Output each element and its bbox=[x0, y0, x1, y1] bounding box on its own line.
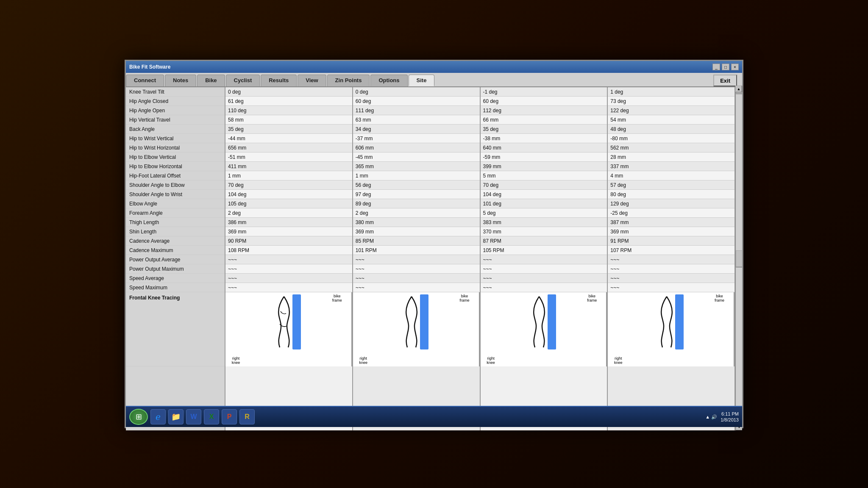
cell-3-4: 35 deg bbox=[481, 125, 607, 134]
knee-bottom-labels-3: rightknee bbox=[487, 356, 600, 365]
cell-4-19: ~~~ bbox=[608, 264, 734, 274]
label-hip-foot-lateral-offset: Hip-Foot Lateral Offset bbox=[126, 171, 225, 180]
cell-1-18: ~~~ bbox=[225, 255, 352, 264]
taskbar-app-icon[interactable]: R bbox=[239, 409, 255, 424]
tab-results[interactable]: Results bbox=[261, 75, 297, 86]
knee-diagram-4: bikeframe rightknee bbox=[608, 292, 734, 366]
data-column-3: -1 deg 60 deg 112 deg 66 mm 35 deg -38 m… bbox=[481, 87, 608, 430]
label-speed-maximum: Speed Maximum bbox=[126, 283, 225, 292]
knee-diagram-1: bikeframe ri bbox=[225, 292, 352, 366]
cell-2-14: 380 mm bbox=[353, 218, 480, 227]
frame-bar-3 bbox=[548, 294, 556, 349]
cell-2-12: 89 deg bbox=[353, 199, 480, 208]
data-grid: 0 deg 61 deg 110 deg 58 mm 35 deg -44 mm… bbox=[225, 87, 735, 430]
tab-connect[interactable]: Connect bbox=[126, 75, 164, 86]
start-button[interactable]: ⊞ bbox=[129, 409, 148, 425]
cell-3-7: -59 mm bbox=[481, 152, 607, 162]
knee-trace-svg-2 bbox=[403, 294, 420, 349]
labels-panel: Knee Travel Tilt Hip Angle Closed Hip An… bbox=[126, 87, 225, 430]
knee-diagram-2: bikeframe rightknee bbox=[353, 292, 480, 366]
cell-4-7: 28 mm bbox=[608, 152, 734, 162]
maximize-button[interactable]: □ bbox=[722, 64, 729, 70]
taskbar-excel-icon[interactable]: X bbox=[204, 409, 219, 424]
knee-bottom-labels-1: rightknee bbox=[232, 356, 345, 365]
knee-trace-svg-3 bbox=[531, 294, 548, 349]
label-speed-average: Speed Average bbox=[126, 274, 225, 283]
tab-options[interactable]: Options bbox=[370, 75, 407, 86]
cell-2-3: 63 mm bbox=[353, 115, 480, 125]
system-tray-icons: ▲ 🔊 bbox=[705, 414, 717, 420]
knee-bottom-labels-2: rightknee bbox=[359, 356, 473, 365]
taskbar-folder-icon[interactable]: 📁 bbox=[168, 409, 184, 424]
cell-2-9: 1 mm bbox=[353, 171, 480, 180]
cell-4-16: 91 RPM bbox=[608, 236, 734, 246]
knee-diagram-3: bikeframe rightknee bbox=[481, 292, 607, 366]
cell-2-15: 369 mm bbox=[353, 227, 480, 236]
scroll-track bbox=[736, 94, 742, 250]
cell-3-13: 5 deg bbox=[481, 208, 607, 218]
cell-2-8: 365 mm bbox=[353, 162, 480, 171]
taskbar-word-icon[interactable]: W bbox=[186, 409, 201, 424]
scroll-thumb[interactable] bbox=[736, 250, 742, 267]
taskbar-ie-icon[interactable]: ℯ bbox=[150, 409, 166, 424]
bike-frame-label-3: bikeframe bbox=[587, 294, 597, 302]
data-column-1: 0 deg 61 deg 110 deg 58 mm 35 deg -44 mm… bbox=[225, 87, 353, 430]
close-button[interactable]: × bbox=[731, 64, 739, 70]
title-bar: Bike Fit Software _ □ × bbox=[126, 61, 742, 73]
scrollbar-up[interactable]: ▲ bbox=[735, 86, 742, 92]
cell-3-20: ~~~ bbox=[481, 274, 607, 283]
bike-frame-label-2: bikeframe bbox=[459, 294, 469, 302]
cell-1-14: 386 mm bbox=[225, 218, 352, 227]
cell-3-12: 101 deg bbox=[481, 199, 607, 208]
tab-bike[interactable]: Bike bbox=[197, 75, 225, 86]
knee-bottom-labels-4: rightknee bbox=[614, 356, 727, 365]
knee-trace-svg-4 bbox=[658, 294, 675, 349]
cell-1-2: 110 deg bbox=[225, 106, 352, 115]
label-forearm-angle: Forearm Angle bbox=[126, 208, 225, 218]
cell-1-10: 70 deg bbox=[225, 180, 352, 190]
cell-2-18: ~~~ bbox=[353, 255, 480, 264]
tab-site[interactable]: Site bbox=[409, 75, 435, 86]
content-area: Knee Travel Tilt Hip Angle Closed Hip An… bbox=[126, 87, 742, 430]
cell-4-0: 1 deg bbox=[608, 87, 734, 97]
taskbar-powerpoint-icon[interactable]: P bbox=[222, 409, 237, 424]
cell-1-16: 90 RPM bbox=[225, 236, 352, 246]
cell-1-17: 108 RPM bbox=[225, 246, 352, 255]
right-knee-label-4: rightknee bbox=[614, 356, 623, 365]
label-shoulder-angle-to-wrist: Shoulder Angle to Wrist bbox=[126, 190, 225, 199]
clock: 6:11 PM 1/8/2013 bbox=[721, 411, 739, 423]
tab-view[interactable]: View bbox=[298, 75, 326, 86]
tab-notes[interactable]: Notes bbox=[165, 75, 196, 86]
tab-bar: Connect Notes Bike Cyclist Results View … bbox=[126, 73, 742, 87]
cell-2-10: 56 deg bbox=[353, 180, 480, 190]
window-controls: _ □ × bbox=[712, 64, 739, 70]
label-cadence-maximum: Cadence Maximum bbox=[126, 246, 225, 255]
exit-button[interactable]: Exit bbox=[713, 75, 737, 86]
label-frontal-knee-tracing: Frontal Knee Tracing bbox=[126, 292, 225, 366]
cell-3-19: ~~~ bbox=[481, 264, 607, 274]
right-knee-label-3: rightknee bbox=[487, 356, 495, 365]
minimize-button[interactable]: _ bbox=[712, 64, 720, 70]
cell-2-2: 111 deg bbox=[353, 106, 480, 115]
cell-1-21: ~~~ bbox=[225, 283, 352, 292]
cell-3-15: 370 mm bbox=[481, 227, 607, 236]
cell-3-8: 399 mm bbox=[481, 162, 607, 171]
tab-zin-points[interactable]: Zin Points bbox=[327, 75, 370, 86]
screen-inner: Bike Fit Software _ □ × Connect Notes Bi… bbox=[126, 61, 742, 427]
cell-4-15: 369 mm bbox=[608, 227, 734, 236]
cell-3-5: -38 mm bbox=[481, 134, 607, 143]
cell-4-8: 337 mm bbox=[608, 162, 734, 171]
cell-3-21: ~~~ bbox=[481, 283, 607, 292]
cell-4-3: 54 mm bbox=[608, 115, 734, 125]
label-hip-to-elbow-vertical: Hip to Elbow Vertical bbox=[126, 152, 225, 162]
cell-2-7: -45 mm bbox=[353, 152, 480, 162]
cell-4-18: ~~~ bbox=[608, 255, 734, 264]
cell-2-21: ~~~ bbox=[353, 283, 480, 292]
cell-4-11: 80 deg bbox=[608, 190, 734, 199]
cell-1-9: 1 mm bbox=[225, 171, 352, 180]
data-column-4: 1 deg 73 deg 122 deg 54 mm 48 deg -80 mm… bbox=[608, 87, 735, 430]
tab-cyclist[interactable]: Cyclist bbox=[226, 75, 260, 86]
frame-bar-1 bbox=[292, 294, 301, 349]
cell-1-8: 411 mm bbox=[225, 162, 352, 171]
clock-time: 6:11 PM bbox=[721, 411, 739, 417]
